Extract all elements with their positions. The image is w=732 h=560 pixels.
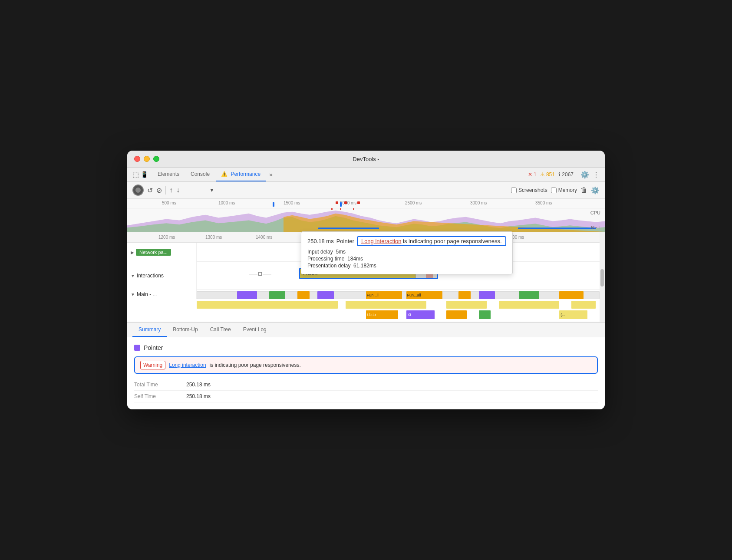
summary-content: Pointer Warning Long interaction is indi… <box>127 337 605 409</box>
close-button[interactable] <box>134 156 140 162</box>
info-badge: ℹ 2067 <box>558 171 574 178</box>
scrollbar-thumb[interactable] <box>600 269 604 287</box>
flame-green-1[interactable] <box>269 291 285 299</box>
flame-purple-3[interactable] <box>479 291 495 299</box>
flame-chart: Fun...ll Fun...all <box>197 290 600 322</box>
record-button[interactable] <box>132 184 144 196</box>
self-time-value: 250.18 ms <box>186 393 211 399</box>
ruler-tick-3500: 3500 ms <box>535 201 552 205</box>
tab-summary[interactable]: Summary <box>132 323 167 337</box>
tick-1400: 1400 ms <box>256 235 272 240</box>
warning-link[interactable]: Long interaction <box>169 362 206 368</box>
summary-icon <box>134 345 140 351</box>
marker-error-1 <box>336 201 338 204</box>
tab-call-tree[interactable]: Call Tree <box>204 323 237 337</box>
maximize-button[interactable] <box>153 156 159 162</box>
flame-yellow-big-1[interactable] <box>197 301 338 309</box>
main-expand-icon[interactable]: ▼ <box>131 292 135 297</box>
marker-2 <box>340 202 342 207</box>
tooltip-processing-label: Processing time <box>307 256 344 262</box>
tooltip-presentation-label: Presentation delay <box>307 263 350 269</box>
inspector-icon[interactable]: ⬚ <box>132 171 139 179</box>
interactions-expand-icon[interactable]: ▼ <box>131 273 135 278</box>
self-time-label: Self Time <box>134 393 186 399</box>
more-tabs-button[interactable]: » <box>267 171 275 178</box>
tab-performance[interactable]: ⚠️ Performance <box>216 168 266 181</box>
svg-rect-5 <box>331 208 333 210</box>
flame-yellow-big-2[interactable] <box>346 301 426 309</box>
flame-yellow-big-4[interactable] <box>499 301 559 309</box>
tick-1200: 1200 ms <box>158 235 175 240</box>
tooltip-warning-link[interactable]: Long interaction <box>361 238 402 244</box>
flame-paren[interactable]: (... <box>559 310 587 319</box>
main-sublabel: ... <box>153 292 157 297</box>
tick-1300: 1300 ms <box>205 235 222 240</box>
more-options-icon[interactable]: ⋮ <box>593 171 600 179</box>
tooltip-processing: Processing time 184ms <box>307 256 506 262</box>
device-icon[interactable]: 📱 <box>141 171 148 178</box>
cpu-chart-svg <box>127 208 605 232</box>
summary-title-text: Pointer <box>144 344 163 351</box>
flame-tbt[interactable]: t.b.t.r <box>366 310 398 319</box>
interactions-track: ▼ Interactions Pointer <box>127 262 605 290</box>
self-time-row: Self Time 250.18 ms <box>134 391 598 402</box>
tooltip-input-delay-label: Input delay <box>307 249 333 255</box>
flame-green-2[interactable] <box>519 291 539 299</box>
flame-fun-ll[interactable]: Fun...ll <box>366 291 402 299</box>
flame-row-3: t.b.t.r Xt (... <box>197 310 600 320</box>
clear-performance-icon[interactable]: 🗑 <box>580 186 587 194</box>
flame-fun-all[interactable]: Fun...all <box>406 291 443 299</box>
tooltip-title: 250.18 ms Pointer Long interaction is in… <box>307 236 506 246</box>
flame-yellow-big-5[interactable] <box>571 301 596 309</box>
network-track-header[interactable]: ▶ Network pa... <box>127 243 197 262</box>
warning-banner: Warning Long interaction is indicating p… <box>134 356 598 374</box>
tab-badges: ✕ 1 ⚠ 851 ℹ 2067 ⚙️ ⋮ <box>528 171 600 179</box>
tab-event-log[interactable]: Event Log <box>237 323 273 337</box>
main-label: Main - <box>137 291 151 297</box>
ruler-tick-500: 500 ms <box>162 201 176 205</box>
upload-icon[interactable]: ↑ <box>169 186 173 194</box>
flame-yellow-2[interactable] <box>458 291 471 299</box>
tab-bottom-up[interactable]: Bottom-Up <box>167 323 204 337</box>
tooltip-input-delay: Input delay 5ms <box>307 249 506 255</box>
cpu-label: CPU <box>590 210 600 215</box>
bottom-tabs: Summary Bottom-Up Call Tree Event Log <box>127 323 605 337</box>
main-track-header: ▼ Main - ... <box>127 290 197 299</box>
ruler-tick-2000: 2000 ms <box>340 201 356 205</box>
flame-xt[interactable]: Xt <box>406 310 435 319</box>
minimize-button[interactable] <box>144 156 150 162</box>
screenshots-checkbox-group: Screenshots <box>511 187 547 193</box>
network-label: Network pa... <box>136 249 171 256</box>
flame-misc-2[interactable] <box>479 310 491 319</box>
interaction-marker <box>249 272 271 276</box>
screenshots-checkbox[interactable] <box>511 188 517 193</box>
vertical-scrollbar[interactable] <box>600 232 605 322</box>
flame-yellow-3[interactable] <box>559 291 584 299</box>
marker-error-2 <box>344 201 347 204</box>
tab-bar: ⬚ 📱 Elements Console ⚠️ Performance » ✕ … <box>127 168 605 182</box>
tooltip-processing-value: 184ms <box>347 256 363 262</box>
svg-rect-7 <box>353 208 354 210</box>
dropdown-arrow[interactable]: ▼ <box>209 187 214 193</box>
download-icon[interactable]: ↓ <box>176 186 180 194</box>
interactions-content: Pointer 250.18 ms Pointer Long interacti… <box>197 262 600 289</box>
marker-1 <box>273 202 274 207</box>
memory-checkbox[interactable] <box>551 188 557 193</box>
clear-icon[interactable]: ⊘ <box>156 186 162 194</box>
summary-title: Pointer <box>134 344 598 351</box>
flame-yellow-big-3[interactable] <box>446 301 487 309</box>
flame-purple-1[interactable] <box>237 291 257 299</box>
settings-icon[interactable]: ⚙️ <box>580 171 589 179</box>
svg-rect-6 <box>340 208 341 210</box>
reload-record-icon[interactable]: ↺ <box>147 186 153 194</box>
tab-elements[interactable]: Elements <box>152 168 185 181</box>
flame-misc-1[interactable] <box>446 310 466 319</box>
settings-gear-icon[interactable]: ⚙️ <box>591 186 600 194</box>
net-label: NET <box>591 225 600 230</box>
flame-purple-2[interactable] <box>317 291 333 299</box>
flame-yellow-1[interactable] <box>297 291 310 299</box>
total-time-value: 250.18 ms <box>186 382 211 388</box>
network-expand-icon[interactable]: ▶ <box>131 250 134 255</box>
bottom-panel: Summary Bottom-Up Call Tree Event Log Po… <box>127 322 605 409</box>
tab-console[interactable]: Console <box>185 168 215 181</box>
